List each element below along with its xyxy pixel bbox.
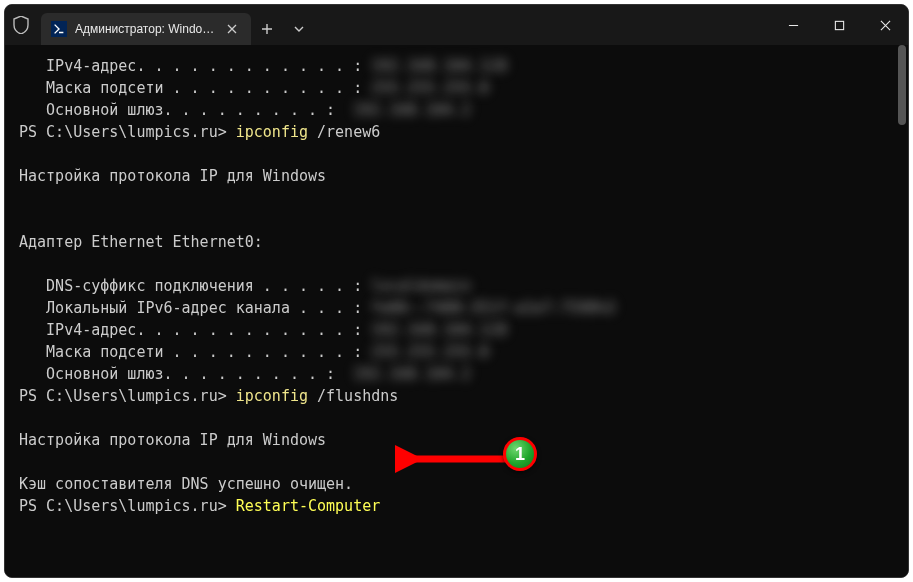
shield-icon: [13, 16, 29, 34]
terminal-line: Адаптер Ethernet Ethernet0:: [19, 231, 908, 253]
powershell-icon: [51, 21, 67, 37]
terminal-output[interactable]: IPv4-адрес. . . . . . . . . . . . : 192.…: [5, 45, 908, 577]
terminal-line: Основной шлюз. . . . . . . . . : 192.168…: [19, 363, 908, 385]
terminal-line: Основной шлюз. . . . . . . . . : 192.168…: [19, 99, 908, 121]
terminal-line: Маска подсети . . . . . . . . . . : 255.…: [19, 77, 908, 99]
terminal-line: Настройка протокола IP для Windows: [19, 429, 908, 451]
terminal-line: Кэш сопоставителя DNS успешно очищен.: [19, 473, 908, 495]
terminal-line: [19, 187, 908, 209]
svg-rect-1: [835, 21, 843, 29]
scrollbar[interactable]: [897, 45, 907, 576]
terminal-line: PS C:\Users\lumpics.ru> ipconfig /renew6: [19, 121, 908, 143]
scrollbar-thumb[interactable]: [898, 45, 906, 125]
terminal-line: Маска подсети . . . . . . . . . . : 255.…: [19, 341, 908, 363]
new-tab-button[interactable]: [251, 13, 283, 45]
terminal-window: Администратор: Windows Pc IPv4-адрес. . …: [4, 4, 909, 578]
terminal-line: PS C:\Users\lumpics.ru> ipconfig /flushd…: [19, 385, 908, 407]
terminal-line: IPv4-адрес. . . . . . . . . . . . : 192.…: [19, 55, 908, 77]
terminal-line: IPv4-адрес. . . . . . . . . . . . : 192.…: [19, 319, 908, 341]
terminal-line: PS C:\Users\lumpics.ru> Restart-Computer: [19, 495, 908, 517]
maximize-button[interactable]: [816, 5, 862, 45]
tab-dropdown-button[interactable]: [283, 13, 315, 45]
terminal-line: [19, 209, 908, 231]
terminal-line: DNS-суффикс подключения . . . . . : loca…: [19, 275, 908, 297]
terminal-line: [19, 407, 908, 429]
titlebar: Администратор: Windows Pc: [5, 5, 908, 45]
terminal-line: [19, 451, 908, 473]
close-button[interactable]: [862, 5, 908, 45]
terminal-line: [19, 143, 908, 165]
minimize-button[interactable]: [770, 5, 816, 45]
terminal-line: Локальный IPv6-адрес канала . . . : fe80…: [19, 297, 908, 319]
active-tab[interactable]: Администратор: Windows Pc: [41, 13, 251, 45]
terminal-line: [19, 253, 908, 275]
tab-close-button[interactable]: [223, 20, 241, 38]
tab-title: Администратор: Windows Pc: [75, 22, 215, 36]
terminal-line: Настройка протокола IP для Windows: [19, 165, 908, 187]
